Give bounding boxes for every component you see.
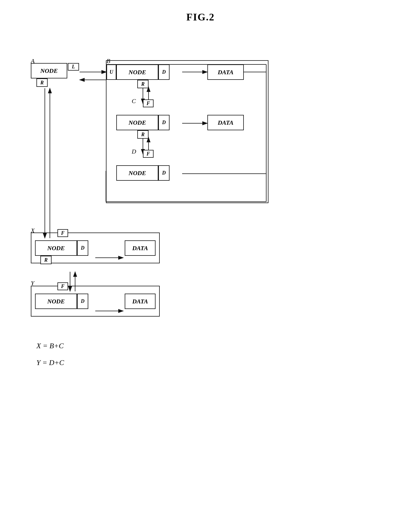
outer-box-BCD — [106, 60, 268, 203]
node-Y-D: D — [77, 294, 88, 309]
equation-1: X = B+C — [36, 342, 64, 350]
node-D-F: F — [143, 150, 154, 158]
node-C-node: NODE — [116, 115, 158, 130]
label-C: C — [132, 97, 136, 105]
node-A-box: NODE — [31, 63, 67, 78]
node-X-node: NODE — [35, 240, 77, 256]
node-D-node: NODE — [116, 165, 158, 181]
node-X-data: DATA — [125, 240, 156, 256]
node-C-data: DATA — [207, 115, 244, 130]
node-A-L: L — [68, 63, 79, 71]
page-title: FIG.2 — [0, 0, 401, 23]
label-B: B — [106, 57, 110, 65]
label-D: D — [132, 148, 136, 155]
node-X-F: F — [57, 229, 68, 237]
equation-2: Y = D+C — [36, 359, 64, 367]
node-B-node: NODE — [116, 64, 158, 80]
node-X-D: D — [77, 240, 88, 256]
node-B-U: U — [106, 64, 116, 80]
node-B-R: R — [137, 80, 149, 88]
node-C-D: D — [158, 115, 170, 130]
node-X-R: R — [40, 256, 52, 264]
node-B-D: D — [158, 64, 170, 80]
node-Y-data: DATA — [125, 294, 156, 309]
node-A-R: R — [36, 78, 48, 87]
node-Y-F: F — [57, 282, 68, 290]
node-Y-node: NODE — [35, 294, 77, 309]
node-D-D: D — [158, 165, 170, 181]
node-C-F: F — [143, 99, 154, 107]
node-C-R: R — [137, 130, 149, 139]
node-B-data: DATA — [207, 64, 244, 80]
